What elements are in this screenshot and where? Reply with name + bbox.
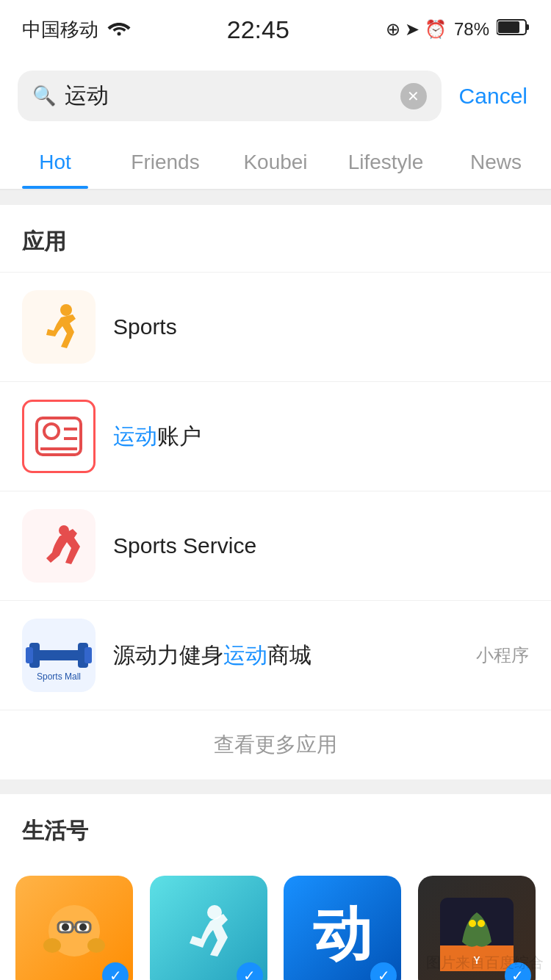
- svg-point-31: [478, 920, 485, 927]
- account-suffix: 账户: [157, 424, 201, 448]
- tab-news[interactable]: News: [441, 133, 551, 189]
- list-item[interactable]: Sports Mall 源动力健身运动商城 小程序: [0, 600, 551, 710]
- carrier-text: 中国移动: [22, 17, 98, 43]
- status-left: 中国移动: [22, 17, 131, 43]
- status-bar: 中国移动 22:45 ⊕ ➤ ⏰ 78%: [0, 0, 551, 59]
- battery-icon: [497, 18, 529, 40]
- mall-prefix: 源动力健身: [113, 643, 223, 667]
- svg-point-26: [87, 938, 105, 953]
- search-query-text: 运动: [65, 81, 392, 111]
- service-app-icon: [22, 509, 96, 583]
- search-input-wrapper[interactable]: 🔍 运动 ✕: [18, 71, 442, 121]
- svg-text:Sports Mall: Sports Mall: [37, 671, 81, 682]
- svg-point-4: [60, 304, 72, 316]
- list-item[interactable]: Sports: [0, 272, 551, 381]
- svg-point-6: [44, 424, 59, 439]
- mall-app-icon: Sports Mall: [22, 619, 96, 692]
- svg-rect-2: [526, 24, 529, 30]
- mall-app-name: 源动力健身运动商城: [113, 641, 476, 671]
- apps-section-title: 应用: [0, 205, 551, 272]
- svg-point-30: [469, 920, 476, 927]
- search-bar: 🔍 运动 ✕ Cancel: [0, 59, 551, 133]
- tab-koubei[interactable]: Koubei: [220, 133, 331, 189]
- search-icon: 🔍: [32, 84, 56, 107]
- verified-badge-3: ✓: [370, 962, 397, 980]
- list-item[interactable]: ✓ 去运动: [149, 876, 269, 980]
- account-app-icon: [22, 400, 96, 473]
- see-more-apps[interactable]: 查看更多应用: [0, 710, 551, 779]
- location-icon: ⊕ ➤ ⏰: [386, 19, 447, 40]
- tab-lifestyle[interactable]: Lifestyle: [331, 133, 441, 189]
- svg-rect-14: [26, 647, 33, 663]
- list-item[interactable]: Sports Service: [0, 491, 551, 600]
- svg-rect-3: [498, 21, 519, 33]
- verified-badge-2: ✓: [237, 962, 263, 980]
- service-app-name: Sports Service: [113, 533, 529, 558]
- svg-point-25: [43, 938, 61, 953]
- mall-suffix: 商城: [267, 643, 311, 667]
- wifi-icon: [107, 18, 131, 41]
- sports-app-icon: [22, 290, 96, 364]
- list-item[interactable]: 动 ✓ 动网微运动: [283, 876, 403, 980]
- list-item[interactable]: ✓ 我要运动: [15, 876, 134, 980]
- mall-app-tag: 小程序: [476, 644, 529, 667]
- svg-rect-15: [84, 647, 92, 663]
- account-app-name: 运动账户: [113, 422, 529, 452]
- search-clear-button[interactable]: ✕: [400, 83, 427, 109]
- cancel-button[interactable]: Cancel: [453, 84, 533, 109]
- status-right: ⊕ ➤ ⏰ 78%: [386, 18, 529, 40]
- svg-point-0: [118, 32, 121, 35]
- mall-highlight: 运动: [223, 643, 267, 667]
- life-icon-gosport: ✓: [150, 876, 267, 980]
- life-icon-dong: 动 ✓: [284, 876, 401, 980]
- verified-badge: ✓: [102, 962, 129, 980]
- account-highlight: 运动: [113, 424, 157, 448]
- life-section-title: 生活号: [0, 794, 551, 861]
- svg-point-20: [62, 923, 69, 931]
- tab-hot[interactable]: Hot: [0, 133, 110, 189]
- apps-section: 应用 Sports 运动账户: [0, 205, 551, 779]
- list-item[interactable]: 运动账户: [0, 381, 551, 491]
- tab-friends[interactable]: Friends: [110, 133, 220, 189]
- watermark: 图片来自百度综合: [426, 953, 544, 973]
- status-time: 22:45: [227, 15, 289, 44]
- tabs-bar: Hot Friends Koubei Lifestyle News: [0, 133, 551, 190]
- life-icon-workout: ✓: [15, 876, 133, 980]
- battery-text: 78%: [454, 19, 489, 40]
- sports-app-name: Sports: [113, 314, 529, 339]
- svg-point-21: [79, 923, 87, 931]
